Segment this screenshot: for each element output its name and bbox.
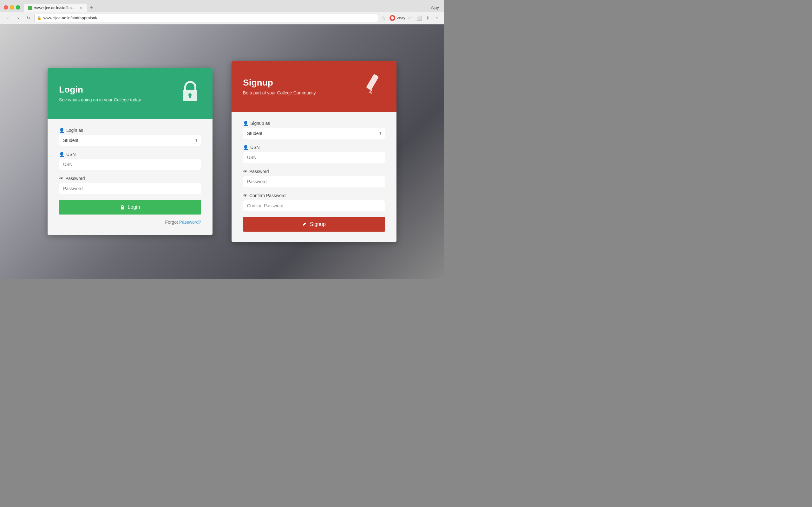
tab-bar: www.sjce.ac.in/staffapprais... ✕ +: [24, 3, 431, 12]
forgot-password-link[interactable]: Password?: [179, 220, 201, 225]
browser-chrome: www.sjce.ac.in/staffapprais... ✕ + Ajay …: [0, 0, 444, 24]
airplay-icon[interactable]: ⬜: [415, 14, 422, 21]
address-bar[interactable]: 🔒: [34, 14, 378, 22]
login-usn-label: 👤 USN: [59, 152, 201, 157]
signup-pencil-icon: [302, 222, 307, 227]
active-tab[interactable]: www.sjce.ac.in/staffapprais... ✕: [24, 3, 87, 12]
ebay-icon[interactable]: ebay: [398, 14, 405, 21]
login-as-group: 👤 Login as Student Faculty Admin: [59, 128, 201, 146]
signup-usn-input[interactable]: [243, 152, 385, 163]
signup-card-header: Signup Be a part of your College Communi…: [232, 61, 397, 112]
signup-eye-icon-2: 👁: [243, 193, 247, 198]
login-usn-group: 👤 USN: [59, 152, 201, 170]
svg-rect-4: [366, 74, 379, 90]
menu-icon[interactable]: ≡: [433, 14, 440, 21]
forgot-password-section: Forgot Password?: [59, 220, 201, 225]
signup-card: Signup Be a part of your College Communi…: [232, 61, 397, 242]
user-icon-2: 👤: [59, 152, 64, 157]
user-name: Ajay: [431, 5, 440, 10]
login-as-select-wrapper: Student Faculty Admin: [59, 135, 201, 146]
tab-close-button[interactable]: ✕: [79, 6, 83, 10]
forward-button[interactable]: ›: [14, 14, 22, 22]
eye-icon: 👁: [59, 176, 63, 181]
login-as-select[interactable]: Student Faculty Admin: [59, 135, 201, 146]
refresh-button[interactable]: ↻: [24, 14, 32, 22]
security-icon: 🔒: [37, 16, 42, 20]
signup-as-select-wrapper: Student Faculty Admin: [243, 128, 385, 139]
signup-confirm-password-label: 👁 Confirm Password: [243, 193, 385, 198]
maximize-button[interactable]: [16, 5, 20, 9]
lock-header-icon: [179, 80, 201, 107]
login-as-label: 👤 Login as: [59, 128, 201, 133]
svg-rect-7: [303, 222, 306, 226]
signup-confirm-password-group: 👁 Confirm Password: [243, 193, 385, 211]
login-card-body: 👤 Login as Student Faculty Admin 👤 USN: [48, 119, 212, 235]
title-bar: www.sjce.ac.in/staffapprais... ✕ + Ajay: [0, 0, 444, 12]
login-password-input[interactable]: [59, 183, 201, 194]
login-password-group: 👁 Password: [59, 176, 201, 194]
signup-usn-group: 👤 USN: [243, 145, 385, 163]
login-lock-icon: [120, 205, 125, 210]
minimize-button[interactable]: [10, 5, 14, 9]
signup-as-group: 👤 Signup as Student Faculty Admin: [243, 121, 385, 139]
close-button[interactable]: [4, 5, 8, 9]
new-tab-button[interactable]: +: [87, 3, 96, 12]
login-password-label: 👁 Password: [59, 176, 201, 181]
tab-title: www.sjce.ac.in/staffapprais...: [34, 6, 75, 10]
download-icon[interactable]: ⬇: [424, 14, 432, 21]
svg-rect-3: [121, 207, 124, 210]
signup-confirm-password-input[interactable]: [243, 200, 385, 211]
bookmark-icon[interactable]: ☆: [380, 14, 387, 21]
screen-icon[interactable]: ▭: [407, 14, 414, 21]
user-icon: 👤: [59, 128, 64, 133]
svg-rect-2: [189, 95, 191, 98]
back-button[interactable]: ‹: [4, 14, 12, 22]
signup-user-icon: 👤: [243, 121, 248, 126]
login-button[interactable]: Login: [59, 200, 201, 215]
page-background: Login See whats going on in your College…: [0, 24, 444, 279]
signup-password-group: 👁 Password: [243, 169, 385, 187]
url-input[interactable]: [44, 15, 375, 20]
signup-as-select[interactable]: Student Faculty Admin: [243, 128, 385, 139]
browser-toolbar: ‹ › ↻ 🔒 ☆ ⭕ ebay ▭ ⬜ ⬇ ≡: [0, 12, 444, 24]
tab-favicon: [28, 6, 32, 10]
forgot-text: Forgot: [165, 220, 177, 225]
login-card-header: Login See whats going on in your College…: [48, 68, 212, 119]
signup-password-label: 👁 Password: [243, 169, 385, 174]
signup-usn-label: 👤 USN: [243, 145, 385, 150]
signup-password-input[interactable]: [243, 176, 385, 187]
signup-eye-icon: 👁: [243, 169, 247, 174]
svg-rect-6: [369, 91, 372, 94]
signup-card-body: 👤 Signup as Student Faculty Admin 👤 USN: [232, 112, 397, 242]
login-card: Login See whats going on in your College…: [48, 68, 212, 235]
signup-user-icon-2: 👤: [243, 145, 248, 150]
login-usn-input[interactable]: [59, 159, 201, 170]
pencil-header-icon: [361, 72, 385, 101]
signup-as-label: 👤 Signup as: [243, 121, 385, 126]
toolbar-actions: ☆ ⭕ ebay ▭ ⬜ ⬇ ≡: [380, 14, 440, 21]
traffic-lights: [4, 5, 20, 9]
signup-button[interactable]: Signup: [243, 217, 385, 232]
opera-icon[interactable]: ⭕: [389, 14, 396, 21]
